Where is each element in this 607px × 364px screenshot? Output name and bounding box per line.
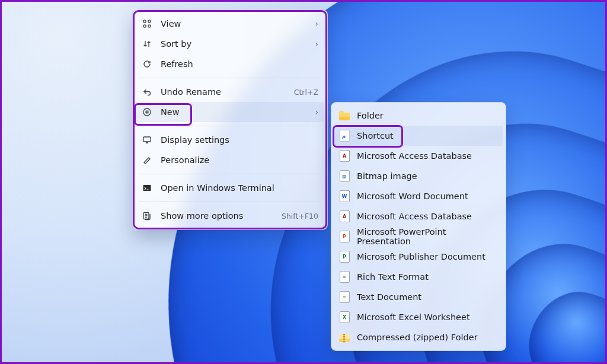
new-submenu: Folder Shortcut A Microsoft Access Datab…: [331, 102, 506, 351]
submenu-item-publisher[interactable]: P Microsoft Publisher Document: [334, 247, 503, 267]
menu-item-label: Sort by: [161, 39, 306, 49]
svg-point-2: [143, 25, 146, 27]
menu-separator: [138, 174, 322, 174]
menu-item-label: Personalize: [161, 155, 318, 165]
display-settings-icon: [142, 135, 152, 145]
menu-item-label: Compressed (zipped) Folder: [357, 333, 497, 342]
menu-item-label: Open in Windows Terminal: [161, 183, 318, 193]
menu-item-open-terminal[interactable]: Open in Windows Terminal: [136, 178, 324, 198]
submenu-item-bitmap-image[interactable]: ▩ Bitmap image: [334, 166, 503, 186]
menu-item-label: Microsoft Access Database: [357, 151, 497, 161]
excel-file-icon: X: [339, 312, 350, 323]
submenu-item-word-document[interactable]: W Microsoft Word Document: [334, 186, 503, 206]
submenu-item-zip-folder[interactable]: Compressed (zipped) Folder: [334, 327, 503, 347]
bitmap-file-icon: ▩: [339, 171, 350, 181]
access-file-icon: A: [339, 211, 350, 222]
menu-item-refresh[interactable]: Refresh: [136, 54, 324, 74]
menu-item-label: Undo Rename: [161, 87, 286, 97]
menu-item-new[interactable]: New ›: [136, 102, 324, 122]
menu-item-label: Shortcut: [357, 131, 497, 141]
menu-separator: [138, 202, 322, 202]
publisher-file-icon: P: [339, 251, 350, 262]
menu-item-label: Bitmap image: [357, 171, 497, 181]
menu-item-label: Microsoft Access Database: [357, 212, 497, 221]
submenu-item-rtf[interactable]: ≡ Rich Text Format: [334, 267, 503, 287]
view-icon: [142, 18, 152, 29]
submenu-item-excel[interactable]: X Microsoft Excel Worksheet: [334, 307, 503, 327]
rtf-file-icon: ≡: [339, 272, 350, 282]
menu-separator: [138, 78, 322, 78]
menu-item-label: Microsoft Word Document: [357, 191, 497, 201]
svg-rect-5: [143, 137, 151, 142]
submenu-item-folder[interactable]: Folder: [334, 106, 503, 126]
desktop-context-menu: View › Sort by › Refresh Undo Rename Ctr…: [132, 9, 328, 230]
undo-icon: [142, 87, 152, 97]
shortcut-icon: [339, 130, 350, 141]
zip-folder-icon: [339, 332, 350, 343]
sort-icon: [142, 39, 152, 49]
submenu-item-text-document[interactable]: ≡ Text Document: [334, 287, 503, 307]
submenu-item-powerpoint[interactable]: P Microsoft PowerPoint Presentation: [334, 226, 503, 247]
new-icon: [142, 107, 152, 117]
terminal-icon: [142, 183, 152, 193]
menu-item-label: Folder: [357, 111, 497, 120]
menu-item-sort-by[interactable]: Sort by ›: [136, 34, 324, 54]
menu-item-personalize[interactable]: Personalize: [136, 150, 324, 170]
chevron-right-icon: ›: [315, 107, 318, 117]
folder-icon: [339, 110, 350, 121]
chevron-right-icon: ›: [315, 39, 318, 49]
personalize-icon: [142, 155, 152, 165]
chevron-right-icon: ›: [315, 19, 318, 28]
text-file-icon: ≡: [339, 292, 350, 302]
more-options-icon: [142, 210, 152, 221]
menu-item-show-more-options[interactable]: Show more options Shift+F10: [136, 206, 324, 226]
menu-item-label: View: [161, 19, 306, 28]
word-file-icon: W: [339, 191, 350, 202]
menu-item-label: Microsoft Excel Worksheet: [357, 312, 497, 322]
menu-item-label: Show more options: [161, 211, 273, 221]
menu-separator: [138, 126, 322, 126]
refresh-icon: [142, 59, 152, 69]
menu-item-label: Refresh: [161, 59, 318, 69]
menu-item-undo-rename[interactable]: Undo Rename Ctrl+Z: [136, 82, 324, 102]
svg-point-1: [148, 20, 151, 23]
menu-item-label: New: [161, 107, 306, 117]
powerpoint-file-icon: P: [339, 231, 350, 242]
menu-item-label: Rich Text Format: [357, 272, 497, 282]
menu-item-label: Text Document: [357, 292, 497, 302]
menu-item-view[interactable]: View ›: [136, 14, 324, 34]
access-file-icon: A: [339, 151, 350, 161]
menu-item-label: Microsoft Publisher Document: [357, 252, 497, 261]
svg-point-0: [143, 20, 146, 23]
svg-point-3: [148, 25, 151, 27]
menu-item-accelerator: Shift+F10: [282, 212, 318, 221]
menu-item-accelerator: Ctrl+Z: [294, 88, 318, 97]
submenu-item-access-database[interactable]: A Microsoft Access Database: [334, 146, 503, 166]
submenu-item-shortcut[interactable]: Shortcut: [334, 126, 503, 146]
menu-item-label: Microsoft PowerPoint Presentation: [357, 227, 497, 246]
menu-item-display-settings[interactable]: Display settings: [136, 130, 324, 150]
menu-item-label: Display settings: [161, 135, 318, 145]
submenu-item-access-database-2[interactable]: A Microsoft Access Database: [334, 206, 503, 226]
